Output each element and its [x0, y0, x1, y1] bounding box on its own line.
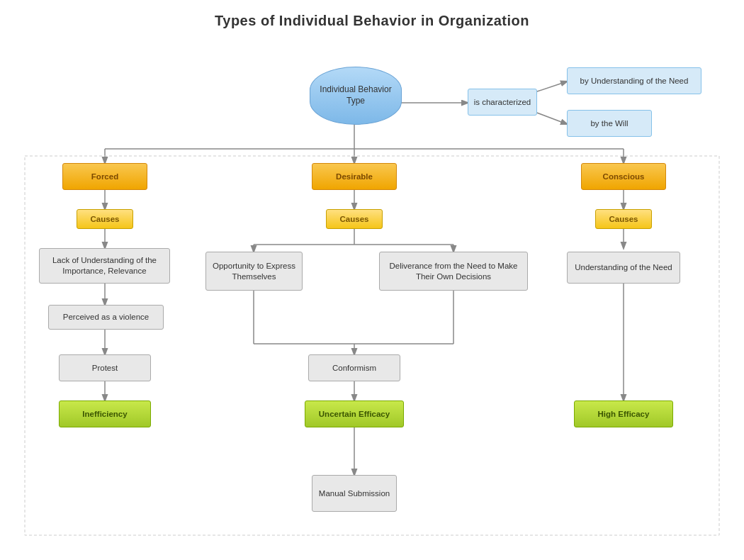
protest-node: Protest	[59, 354, 151, 381]
svg-line-2	[535, 112, 567, 124]
individual-behavior-type-node: Individual Behavior Type	[310, 67, 402, 125]
causes1-node: Causes	[77, 209, 133, 229]
causes3-node: Causes	[595, 209, 652, 229]
forced-node: Forced	[62, 163, 147, 190]
inefficiency-node: Inefficiency	[59, 401, 151, 427]
manual-submission-node: Manual Submission	[312, 475, 397, 512]
is-characterized-node: is characterized	[468, 89, 537, 116]
by-will-node: by the Will	[567, 110, 652, 137]
causes2-node: Causes	[326, 209, 383, 229]
svg-line-1	[535, 82, 567, 92]
conformism-node: Conformism	[308, 354, 400, 381]
by-understanding-node: by Understanding of the Need	[567, 67, 701, 94]
understanding-need-node: Understanding of the Need	[567, 252, 680, 284]
deliverance-node: Deliverance from the Need to Make Their …	[379, 252, 528, 291]
high-efficacy-node: High Efficacy	[574, 401, 673, 427]
desirable-node: Desirable	[312, 163, 397, 190]
uncertain-efficacy-node: Uncertain Efficacy	[305, 401, 404, 427]
conscious-node: Conscious	[581, 163, 666, 190]
lack-node: Lack of Understanding of the Importance,…	[39, 248, 170, 284]
page-title: Types of Individual Behavior in Organiza…	[0, 0, 744, 29]
perceived-node: Perceived as a violence	[48, 305, 164, 330]
opportunity-node: Opportunity to Express Themselves	[205, 252, 303, 291]
diagram-container: Types of Individual Behavior in Organiza…	[0, 0, 744, 560]
